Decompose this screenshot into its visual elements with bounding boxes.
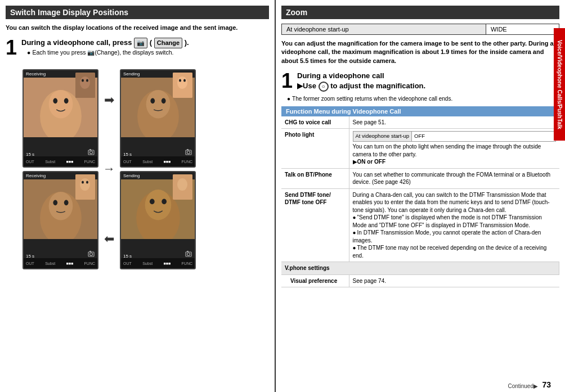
svg-point-7 bbox=[86, 79, 88, 82]
svg-point-2 bbox=[53, 98, 57, 104]
photo-sub-col1: At videophone start-up bbox=[353, 132, 412, 142]
func-row-chg-desc: See page 51. bbox=[349, 116, 559, 129]
screen4-bottom: OUTSubst■■■FUNC bbox=[121, 258, 195, 268]
step-1-paren: ( bbox=[150, 38, 152, 47]
svg-point-12 bbox=[49, 192, 73, 220]
svg-point-25 bbox=[162, 98, 166, 104]
right-panel: Zoom At videophone start-up WIDE You can… bbox=[276, 0, 565, 392]
svg-point-17 bbox=[82, 181, 84, 184]
phone-screen-4: Sending 15 s bbox=[120, 171, 196, 269]
svg-point-35 bbox=[150, 199, 155, 205]
screen3-camera-icon bbox=[87, 250, 95, 259]
arrow-right-1: ➡ bbox=[104, 93, 114, 107]
svg-rect-21 bbox=[89, 251, 91, 252]
func-row-visual-desc: See page 74. bbox=[349, 274, 559, 287]
func-row-dtmf-label: Send DTMF tone/DTMF tone OFF bbox=[281, 188, 349, 262]
left-intro: You can switch the display locations of … bbox=[6, 24, 269, 32]
screen1-bottom: OUTSubst■■■FUNC bbox=[24, 156, 97, 166]
func-row-photo-label: Photo light bbox=[281, 129, 349, 168]
zoom-step-number: 1 bbox=[281, 71, 293, 91]
func-row-chg-label: CHG to voice call bbox=[281, 116, 349, 129]
phone-screen-3: Receiving bbox=[23, 171, 98, 269]
continued-text: Continued▶ bbox=[508, 383, 538, 389]
svg-point-36 bbox=[162, 199, 167, 205]
svg-point-3 bbox=[64, 98, 69, 104]
left-panel: Switch Image Display Positions You can s… bbox=[0, 0, 276, 392]
svg-point-1 bbox=[49, 90, 73, 118]
func-row-visual-label: Visual preference bbox=[281, 274, 349, 287]
zoom-intro: You can adjust the magnification for the… bbox=[281, 39, 559, 65]
svg-point-34 bbox=[145, 190, 172, 220]
func-table: CHG to voice call See page 51. Photo lig… bbox=[281, 116, 559, 287]
zoom-step-text: During a videophone call ▶Use ○ to adjus… bbox=[297, 71, 425, 92]
svg-point-24 bbox=[150, 98, 155, 104]
step-1-close: ). bbox=[185, 38, 189, 47]
zoom-table-col2: WIDE bbox=[486, 24, 559, 35]
dtmf-bullet-2: In DTMF Transmission Mode, you cannot op… bbox=[353, 229, 541, 244]
screen3-bottom: OUTSubst■■■FUNC bbox=[24, 258, 97, 268]
svg-point-20 bbox=[90, 253, 93, 256]
right-title: Zoom bbox=[281, 6, 559, 19]
phone-screen-2: Sending bbox=[120, 69, 196, 168]
svg-point-23 bbox=[146, 90, 171, 118]
svg-rect-32 bbox=[187, 149, 189, 150]
svg-point-40 bbox=[187, 253, 190, 256]
svg-point-38 bbox=[177, 178, 187, 191]
face-svg-small-2 bbox=[173, 73, 192, 98]
func-row-photo: Photo light At videophone start-up OFF Y… bbox=[281, 129, 559, 168]
step-1-text: During a videophone call, press 📷 ( Chan… bbox=[21, 38, 189, 48]
step-1-label: During a videophone call, press bbox=[21, 38, 134, 47]
func-row-bt: Talk on BT/Phone You can set whether to … bbox=[281, 168, 559, 188]
func-row-bt-label: Talk on BT/Phone bbox=[281, 168, 349, 188]
screen2-camera-icon bbox=[185, 148, 192, 157]
camera-key-small: 📷 bbox=[87, 49, 95, 56]
svg-rect-41 bbox=[187, 251, 189, 252]
zoom-step-line1: During a videophone call bbox=[297, 71, 425, 81]
screen4-camera-icon bbox=[185, 250, 192, 259]
zoom-bullet-1: The former zoom setting returns when the… bbox=[287, 95, 559, 103]
camera-key: 📷 bbox=[134, 38, 147, 48]
svg-point-27 bbox=[177, 76, 187, 89]
func-row-chg: CHG to voice call See page 51. bbox=[281, 116, 559, 129]
side-tab: Voice/Videophone Calls/PushTalk bbox=[554, 28, 565, 141]
svg-point-5 bbox=[80, 76, 90, 89]
svg-rect-10 bbox=[89, 149, 91, 150]
zoom-step-1: 1 During a videophone call ▶Use ○ to adj… bbox=[281, 71, 559, 92]
phone-screen-1: Receiving bbox=[23, 69, 98, 168]
func-row-bt-desc: You can set whether to communicate throu… bbox=[349, 168, 559, 188]
svg-point-13 bbox=[53, 200, 57, 206]
func-row-vphone-label: V.phone settings bbox=[281, 262, 559, 275]
step-1-row: 1 During a videophone call, press 📷 ( Ch… bbox=[6, 38, 269, 61]
arrow-down: ↑ bbox=[102, 166, 116, 173]
svg-point-16 bbox=[80, 178, 90, 191]
nav-icon: ○ bbox=[319, 82, 329, 92]
step-1-number: 1 bbox=[6, 38, 17, 58]
func-row-visual: Visual preference See page 74. bbox=[281, 274, 559, 287]
svg-point-6 bbox=[82, 79, 84, 82]
page-number: 73 bbox=[542, 380, 551, 389]
face-svg-small-4 bbox=[173, 174, 192, 200]
step-1-bullet: Each time you press 📷(Change), the displ… bbox=[27, 48, 189, 57]
svg-point-31 bbox=[187, 151, 190, 154]
svg-point-28 bbox=[179, 79, 181, 82]
screen2-bottom: OUTSubst■■■FUNC bbox=[121, 156, 195, 166]
svg-point-18 bbox=[86, 181, 88, 184]
zoom-step-line2: ▶Use ○ to adjust the magnification. bbox=[297, 81, 425, 92]
func-row-dtmf-desc: During a Chara-den call, you can switch … bbox=[349, 188, 559, 262]
left-title: Switch Image Display Positions bbox=[6, 6, 269, 19]
zoom-table: At videophone start-up WIDE bbox=[281, 24, 559, 35]
zoom-table-col1: At videophone start-up bbox=[282, 24, 486, 35]
change-key: Change bbox=[154, 38, 182, 48]
svg-point-14 bbox=[64, 200, 69, 206]
screen1-camera-icon bbox=[87, 148, 95, 157]
photo-sub-col2: OFF bbox=[412, 132, 555, 142]
svg-point-29 bbox=[183, 79, 186, 82]
func-menu-header: Function Menu during Videophone Call bbox=[281, 106, 559, 116]
change-key-small: Change bbox=[97, 49, 118, 56]
func-row-dtmf: Send DTMF tone/DTMF tone OFF During a Ch… bbox=[281, 188, 559, 262]
face-svg-small-1 bbox=[75, 73, 95, 98]
dtmf-bullet-1: "Send DTMF tone" is displayed when the m… bbox=[353, 214, 542, 228]
svg-point-9 bbox=[90, 151, 93, 154]
face-svg-small-3 bbox=[75, 174, 95, 200]
dtmf-bullet-3: The DTMF tone may not be received depend… bbox=[353, 245, 547, 259]
